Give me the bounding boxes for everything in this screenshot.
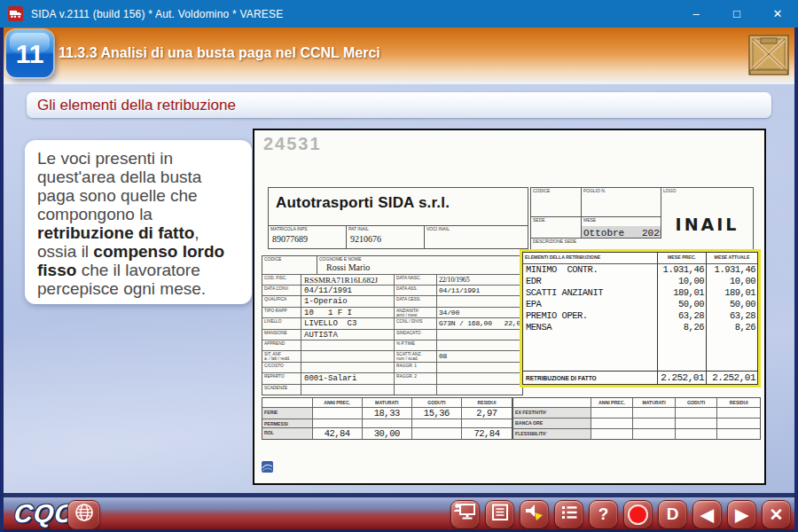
company-name: Autotrasporti SIDA s.r.l. [269,188,528,225]
record-button[interactable] [623,500,653,528]
crate-icon [748,33,789,77]
next-button[interactable]: ▶ [727,500,756,528]
table-row: EX FESTIVITA' [513,407,760,418]
section-title-bar: Gli elementi della retribuzione [27,92,771,118]
truck-icon [8,6,23,21]
prev-arrow-icon: ◀ [700,505,714,525]
table-row: FERIE 18,33 15,36 2,97 [262,407,512,419]
note-text: Le voci presenti in quest'area della bus… [37,149,201,223]
screen-button[interactable] [450,500,480,528]
table-row: C/COSTORAGGR. 1 [262,362,522,372]
table-row: FLESSIBILITA' [513,428,760,439]
close-icon: ✕ [770,505,784,525]
globe-icon [74,502,95,528]
window-left-edge [0,27,4,532]
table-row: MANSIONEAUTISTASINDACATO [262,329,522,340]
table-row: ROL 42,84 30,00 72,84 [262,427,512,439]
element-row: EPA50,0050,00 [523,299,757,310]
registry-box: CODICE FOGLIO N. LOGO INAIL SEDE MESE Ot… [530,187,754,253]
leave-table-right: ANNI PREC. MATURATI GODUTI RESIDUI EX FE… [512,397,761,440]
question-icon: ? [598,505,609,524]
table-row: PERMESSI [262,419,512,427]
employee-table: CODICE COGNOME E NOME Rossi Mario COD. F… [262,255,523,395]
table-row: COD. FISC.RSSMRA71R16L682JDATA NASC.22/1… [262,274,522,285]
foglio-cell: FOGLIO N. [582,188,661,217]
sede-cell: SEDE [531,217,582,239]
logo-cell: LOGO INAIL [661,188,753,252]
retribution-elements-box: ELEMENTI DELLA RETRIBUZIONE MESE PREC. M… [520,249,761,387]
table-row: DATA CONV.04/11/1991DATA ASS.04/11/1991 [262,285,522,295]
window-right-edge [794,27,798,532]
record-icon [630,506,646,523]
help-button[interactable]: ? [589,500,618,528]
matricola-inps-field: MATRICOLA INPS 89077689 [269,226,347,248]
table-row: SIT. ANF a. / lab / redd.SCATTI ANZ. num… [262,350,522,361]
window-controls: – □ ✕ [676,0,798,27]
maximize-button[interactable]: □ [716,0,757,27]
table-row: LIVELLOLIVELLO C3CCNL / DIVISG73N / 168,… [262,317,522,328]
exit-button[interactable]: ✕ [762,500,791,528]
prev-button[interactable]: ◀ [692,500,722,528]
element-row: SCATTI ANZIANIT189,01189,01 [523,287,757,299]
monitor-person-icon [454,502,476,527]
close-window-button[interactable]: ✕ [757,0,798,27]
dictionary-button[interactable]: D [658,500,687,528]
voci-inail-field: VOCI INAIL [425,226,528,248]
speaker-icon [524,503,545,527]
notes-button[interactable] [485,500,514,528]
inail-logo: INAIL [661,215,753,234]
table-row: QUALIFICA1-OperaioDATA CESS. [262,295,522,306]
document-icon [490,503,510,527]
mese-cell: MESE Ottobre 2025 [582,217,661,239]
cqc-logo: CQC [12,499,75,528]
element-row: EDR10,0010,00 [523,276,757,287]
chapter-badge: 11 [6,30,53,77]
payslip-number: 24531 [263,134,322,154]
index-button[interactable] [554,500,583,528]
next-arrow-icon: ▶ [735,505,748,525]
app-window: SIDA v.2111 (build 156) * Aut. Voldomino… [0,0,798,532]
sida-mini-logo [262,460,275,473]
title-bar: SIDA v.2111 (build 156) * Aut. Voldomino… [0,0,798,27]
dictionary-icon: D [667,505,679,524]
window-title: SIDA v.2111 (build 156) * Aut. Voldomino… [31,8,283,20]
retribuzione-di-fatto-row: RETRIBUZIONE DI FATTO 2.252,01 2.252,01 [523,371,757,384]
table-row: REPARTO0001-SalariRAGGR. 2 [262,372,522,383]
note-panel: Le voci presenti in quest'area della bus… [25,140,252,304]
content-area: Gli elementi della retribuzione Le voci … [0,84,798,493]
audio-button[interactable] [520,500,549,528]
globe-button[interactable] [67,500,100,529]
lesson-header: 11 11.3.3 Analisi di una busta paga nel … [0,27,798,84]
company-box: Autotrasporti SIDA s.r.l. MATRICOLA INPS… [268,187,528,249]
codice-cell: CODICE [531,188,582,217]
employee-name-row: CODICE COGNOME E NOME Rossi Mario [262,256,522,274]
lesson-title: 11.3.3 Analisi di una busta paga nel CCN… [59,45,380,61]
minimize-button[interactable]: – [676,0,716,27]
element-row: PREMIO OPER.63,2863,28 [523,310,757,322]
leave-table-left: ANNI PREC. MATURATI GODUTI RESIDUI FERIE… [262,397,512,440]
element-row: MINIMO CONTR.1.931,461.931,46 [523,264,757,276]
pat-inail-field: PAT INAIL 9210676 [347,226,425,248]
table-row: SCADENZE [262,384,522,395]
employee-name: Rossi Mario [317,262,522,272]
note-bold-1: retribuzione di fatto [37,223,194,242]
elements-header: ELEMENTI DELLA RETRIBUZIONE MESE PREC. M… [523,253,757,264]
section-title: Gli elementi della retribuzione [37,97,236,114]
table-row: BANCA ORE [513,418,760,428]
table-row: APPREND% P.TIME [262,340,522,350]
period-value: Ottobre 2025 [582,226,661,239]
list-icon [559,504,579,526]
table-row: TIPO RAPP10 1 F IANZIANITA' anni / mesi3… [262,307,522,317]
element-row: MENSA8,268,26 [523,322,757,333]
toolbar: CQC [0,497,798,532]
payslip-image: 24531 Autotrasporti SIDA s.r.l. MATRICOL… [253,129,766,485]
